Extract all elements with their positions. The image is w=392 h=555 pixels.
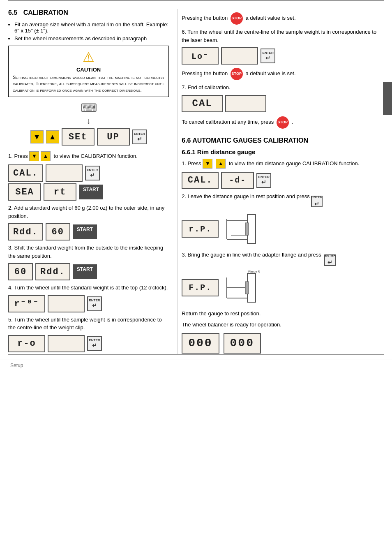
- stop-btn-inline-1[interactable]: STOP: [231, 12, 243, 25]
- set-up-display-row: ▼ ▲ SEt UP ENTER ↵: [30, 128, 147, 146]
- footer: Setup: [0, 359, 392, 372]
- step-3-text: Shift the standard weight from the outsi…: [8, 245, 163, 259]
- step-5-num: 5.: [8, 317, 13, 323]
- sea-display: SEA: [8, 183, 41, 201]
- enter-btn-gauge-2[interactable]: ENTER ↵: [311, 196, 323, 207]
- step-3-para: 3. Shift the standard weight from the ou…: [8, 244, 169, 260]
- blank-display-1: [46, 164, 83, 182]
- gauge-step-1-sub: to view the rim distance gauge CALIBRATI…: [229, 160, 360, 166]
- press-stop-1: Pressing the button STOP a default value…: [182, 12, 384, 25]
- step-7-para: 7. End of calibration.: [182, 83, 384, 92]
- step-1-text: Press: [14, 153, 28, 159]
- gauge-step-2-num: 2.: [182, 193, 186, 199]
- step-1-num: 1.: [8, 153, 13, 159]
- footer-left: Setup: [10, 363, 23, 368]
- lod-display: Lo⁻: [182, 47, 219, 65]
- step-5-text: Turn the wheel until the sample weight i…: [8, 317, 162, 331]
- enter-btn-gauge-1[interactable]: ENTER ↵: [256, 173, 271, 188]
- step-2-num: 2.: [8, 205, 13, 211]
- r-dash-o-group: r-o ENTER ↵: [8, 335, 169, 352]
- step-4-para: 4. Turn the wheel until the standard wei…: [8, 284, 169, 292]
- gauge-diagram-2: Flange Range: [223, 269, 260, 306]
- bullet-list: Fit an average size wheel with a metal r…: [8, 21, 169, 42]
- r-dash-o-display: r-o: [8, 335, 45, 352]
- bullet-1: Fit an average size wheel with a metal r…: [14, 21, 169, 34]
- lod-display-group: Lo⁻ ENTER ↵: [182, 47, 384, 65]
- add-display-2: Rdd.: [35, 263, 70, 280]
- section-66-header: 6.6 AUTOMATIC GAUGES CALIBRATION: [182, 137, 384, 144]
- enter-button[interactable]: ENTER ↵: [132, 130, 147, 144]
- enter-arrow: ↵: [137, 136, 142, 142]
- cancel-dot: .: [291, 119, 293, 125]
- r-o-display-group: r⁻⁰⁻ ENTER ↵: [8, 295, 169, 312]
- sea-display-group: SEA rt START: [8, 183, 169, 201]
- bullet-2: Set the wheel measurements as described …: [14, 35, 169, 42]
- up-btn-inline[interactable]: ▲: [41, 151, 51, 161]
- step-2-para: 2. Add a standard weight of 60 g (2.00 o…: [8, 204, 169, 220]
- down-arrow: ↓: [87, 116, 91, 126]
- section-66: 6.6 AUTOMATIC GAUGES CALIBRATION 6.6.1 R…: [182, 137, 384, 354]
- blank-display-3: [48, 335, 85, 352]
- stop-btn-inline-3[interactable]: STOP: [277, 116, 289, 129]
- step-5-para: 5. Turn the wheel until the sample weigh…: [8, 316, 169, 332]
- rt-display: rt: [44, 183, 76, 201]
- section-65-heading: CALIBRATION: [23, 9, 68, 16]
- cal-dot-display: CAL.: [8, 164, 43, 182]
- gauge-diagram-1: [223, 210, 260, 247]
- section-661-title: 6.6.1 Rim distance gauge: [182, 148, 384, 155]
- cal-right-group: CAL: [182, 95, 384, 112]
- step-1-sub: to view the CALIBRATION function.: [54, 153, 138, 159]
- right-column: Pressing the button STOP a default value…: [177, 9, 384, 354]
- caution-box: ⚠ CAUTION Setting incorrect dimensions w…: [8, 46, 169, 97]
- stop-btn-inline-2[interactable]: STOP: [231, 68, 243, 80]
- gauge-step-2: 2. Leave the distance gauge in rest posi…: [182, 192, 384, 208]
- start-button-3[interactable]: START: [73, 264, 97, 279]
- warning-icon: ⚠: [13, 49, 164, 65]
- ready-text: The wheel balancer is ready for operatio…: [182, 321, 384, 329]
- step-4-num: 4.: [8, 284, 13, 291]
- step-7-text: End of calibration.: [188, 84, 231, 90]
- enter-btn-r-o[interactable]: ENTER ↵: [87, 296, 102, 311]
- step-6-para: 6. Turn the wheel until the centre-line …: [182, 28, 384, 44]
- cal-dash-display: CAL.: [182, 172, 219, 189]
- pressing-label-2: Pressing the button: [182, 70, 229, 76]
- fp-display: F.P.: [182, 279, 219, 296]
- page-tab: [383, 82, 392, 115]
- section-66-title: AUTOMATIC GAUGES CALIBRATION: [192, 137, 308, 144]
- down-btn-inline[interactable]: ▼: [29, 151, 39, 161]
- start-button-1[interactable]: START: [79, 185, 103, 199]
- default-val-2: a default value is set.: [245, 70, 295, 76]
- gauge-down-btn[interactable]: ▼: [203, 159, 212, 169]
- gauge-step-2-text: Leave the distance gauge in rest positio…: [188, 193, 310, 199]
- final-000-a: 000: [182, 333, 219, 354]
- set-display: SEt: [62, 128, 95, 146]
- svg-text:Flange Range: Flange Range: [248, 270, 260, 273]
- press-stop-2: Pressing the button STOP a default value…: [182, 68, 384, 80]
- enter-btn-r-dash[interactable]: ENTER ↵: [87, 336, 102, 351]
- keypad-icon: ⌨: [81, 101, 97, 115]
- start-button-2[interactable]: START: [73, 224, 97, 239]
- step-2-text: Add a standard weight of 60 g (2.00 oz) …: [8, 205, 164, 219]
- cancel-label: To cancel calibration at any time, press: [182, 119, 275, 125]
- left-column: 6.5 CALIBRATION Fit an average size whee…: [8, 9, 177, 354]
- enter-label: ENTER: [134, 132, 145, 136]
- step-6-text: Turn the wheel until the centre-line of …: [182, 29, 376, 43]
- rp-gauge-row: r.P.: [182, 210, 384, 247]
- enter-btn-lod[interactable]: ENTER ↵: [261, 49, 275, 63]
- return-text: Return the gauge to rest position.: [182, 310, 384, 318]
- enter-btn-cal[interactable]: ENTER ↵: [85, 166, 100, 180]
- gauge-step-3-text: Bring the gauge in line with the adapter…: [188, 252, 321, 258]
- enter-btn-gauge-3[interactable]: ENTER ↵: [324, 254, 336, 266]
- up-button[interactable]: ▲: [46, 130, 59, 143]
- cal-dash-display-group: CAL. -d- ENTER ↵: [182, 172, 384, 189]
- down-button[interactable]: ▼: [30, 130, 44, 143]
- step-3-num: 3.: [8, 245, 13, 251]
- pressing-label-1: Pressing the button: [182, 15, 229, 21]
- step-4-text: Turn the wheel until the standard weight…: [14, 284, 168, 291]
- svg-rect-5: [245, 223, 249, 235]
- gauge-up-btn[interactable]: ▲: [216, 159, 226, 169]
- cancel-text: To cancel calibration at any time, press…: [182, 116, 384, 129]
- gauge-step-3: 3. Bring the gauge in line with the adap…: [182, 251, 384, 266]
- add-display: Rdd.: [8, 223, 43, 240]
- sixty-add-group: 60 Rdd. START: [8, 263, 169, 280]
